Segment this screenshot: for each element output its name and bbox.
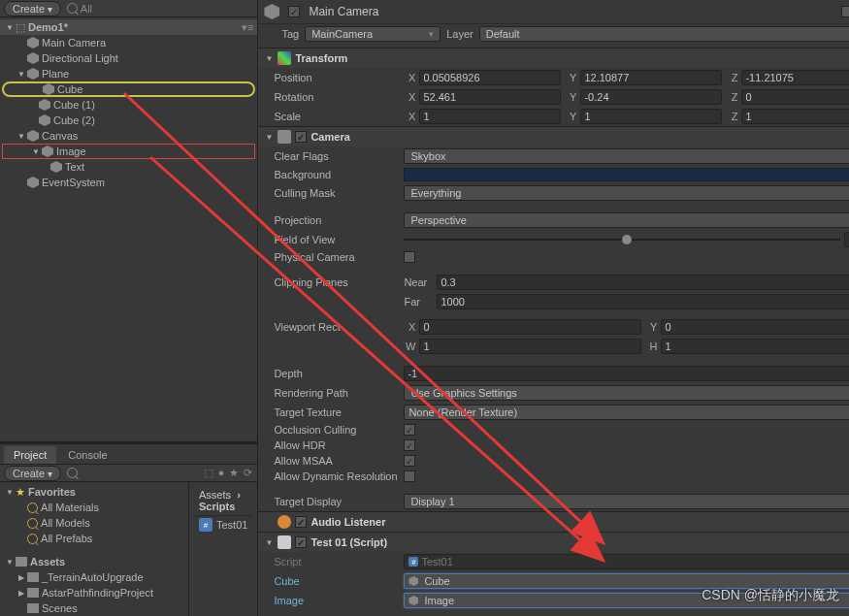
projection-dropdown[interactable]: Perspective [404, 212, 849, 228]
clearflags-label: Clear Flags [274, 150, 400, 162]
foldout-icon[interactable] [264, 538, 274, 547]
scl-x-field[interactable] [419, 109, 561, 124]
gameobject-icon [27, 177, 39, 188]
foldout-icon[interactable] [16, 589, 27, 598]
foldout-icon[interactable] [264, 54, 274, 63]
near-field[interactable] [437, 275, 849, 290]
tag-dropdown[interactable]: MainCamera [305, 26, 441, 42]
inspector-header: Static [258, 0, 849, 24]
targetdisplay-dropdown[interactable]: Display 1 [404, 494, 849, 509]
background-label: Background [274, 169, 400, 180]
rendering-dropdown[interactable]: Use Graphics Settings [404, 385, 849, 401]
occlusion-checkbox[interactable] [404, 424, 415, 436]
folder-item[interactable]: Scenes [0, 600, 188, 616]
clipping-label: Clipping Planes [274, 276, 400, 288]
project-search[interactable] [67, 468, 78, 478]
project-view-icons[interactable]: ⬚ ● ★ ⟳ [204, 467, 254, 479]
favorite-item[interactable]: All Models [0, 515, 188, 531]
image-field[interactable]: Image [404, 593, 849, 608]
clearflags-dropdown[interactable]: Skybox [404, 148, 849, 164]
foldout-icon[interactable] [16, 132, 27, 141]
fov-field[interactable] [844, 232, 849, 247]
gameobject-icon [27, 52, 39, 64]
camera-header[interactable]: Camera ◳ [258, 127, 849, 146]
audio-enable-checkbox[interactable] [295, 516, 307, 528]
hierarchy-item-image[interactable]: Image [2, 144, 255, 159]
asset-item[interactable]: #Test01 [193, 516, 253, 534]
script-field: #Test01 [404, 554, 849, 569]
hierarchy-item-plane[interactable]: Plane [0, 66, 257, 81]
hierarchy-item-directional-light[interactable]: Directional Light [0, 50, 257, 66]
rot-x-field[interactable] [419, 89, 561, 105]
scl-y-field[interactable] [580, 109, 722, 124]
project-tab[interactable]: Project [4, 446, 56, 464]
transform-header[interactable]: Transform ◳ [258, 49, 849, 68]
fov-slider[interactable] [404, 233, 840, 246]
msaa-checkbox[interactable] [404, 455, 415, 467]
foldout-icon[interactable] [16, 70, 27, 79]
cube-field[interactable]: Cube [404, 573, 849, 589]
favorites-header[interactable]: ★Favorites [0, 484, 188, 500]
targettex-field[interactable]: None (Render Texture) [404, 405, 849, 420]
scl-z-field[interactable] [741, 109, 849, 124]
hierarchy-item-canvas[interactable]: Canvas [0, 128, 257, 144]
vp-w-field[interactable] [419, 339, 641, 354]
console-tab[interactable]: Console [58, 446, 116, 464]
hierarchy-item-eventsystem[interactable]: EventSystem [0, 175, 257, 190]
camera-enable-checkbox[interactable] [295, 131, 307, 143]
vp-x-field[interactable] [419, 319, 641, 335]
hierarchy-search[interactable]: All [67, 3, 92, 15]
foldout-icon[interactable] [4, 488, 16, 497]
hierarchy-item-cube-2[interactable]: Cube (2) [0, 113, 257, 128]
foldout-icon[interactable] [4, 558, 16, 567]
search-icon [27, 518, 38, 529]
pos-x-field[interactable] [419, 70, 561, 85]
cullingmask-label: Culling Mask [274, 187, 400, 199]
create-button[interactable]: Create ▾ [4, 1, 61, 16]
transform-icon [278, 51, 291, 65]
gameobject-icon [39, 114, 50, 126]
audiolistener-header[interactable]: Audio Listener ◳ [258, 512, 849, 532]
test01-header[interactable]: Test 01 (Script) ◳ [258, 533, 849, 552]
scene-header[interactable]: ⬚ Demo1* ▾≡ [0, 19, 257, 35]
dynres-checkbox[interactable] [404, 470, 415, 482]
hierarchy-item-text[interactable]: Text [0, 159, 257, 175]
hdr-checkbox[interactable] [404, 439, 415, 451]
vp-h-field[interactable] [661, 339, 849, 354]
foldout-icon[interactable] [264, 133, 274, 142]
breadcrumb[interactable]: Assets › Scripts [193, 486, 253, 516]
hierarchy-item-cube-1[interactable]: Cube (1) [0, 97, 257, 113]
favorite-item[interactable]: All Prefabs [0, 531, 188, 546]
static-checkbox[interactable] [841, 6, 849, 17]
vp-y-field[interactable] [661, 319, 849, 335]
star-icon: ★ [16, 486, 25, 499]
search-icon [67, 3, 78, 14]
active-checkbox[interactable] [288, 6, 300, 17]
foldout-icon[interactable] [16, 573, 27, 582]
folder-item[interactable]: _TerrainAutoUpgrade [0, 569, 188, 585]
gameobject-icon [264, 4, 279, 19]
project-create-button[interactable]: Create ▾ [4, 466, 61, 481]
pos-z-field[interactable] [741, 70, 849, 85]
folder-item[interactable]: AstarPathfindingProject [0, 585, 188, 600]
foldout-icon[interactable] [4, 23, 16, 32]
rot-y-field[interactable] [580, 89, 722, 105]
script-label: Script [274, 556, 400, 567]
physical-checkbox[interactable] [404, 251, 415, 263]
depth-field[interactable] [404, 366, 849, 381]
cullingmask-dropdown[interactable]: Everything [404, 185, 849, 201]
hierarchy-item-main-camera[interactable]: Main Camera [0, 35, 257, 50]
assets-header[interactable]: Assets [0, 554, 188, 569]
foldout-icon[interactable] [30, 147, 42, 156]
rot-z-field[interactable] [741, 89, 849, 105]
background-color-field[interactable] [404, 168, 849, 181]
object-name-field[interactable] [306, 4, 835, 19]
layer-dropdown[interactable]: Default [479, 26, 849, 42]
favorite-item[interactable]: All Materials [0, 500, 188, 515]
hdr-label: Allow HDR [274, 439, 400, 451]
hierarchy-item-cube[interactable]: Cube [2, 81, 255, 97]
pos-y-field[interactable] [580, 70, 722, 85]
script-enable-checkbox[interactable] [295, 536, 307, 548]
script-icon: # [199, 518, 212, 532]
far-field[interactable] [437, 294, 849, 309]
